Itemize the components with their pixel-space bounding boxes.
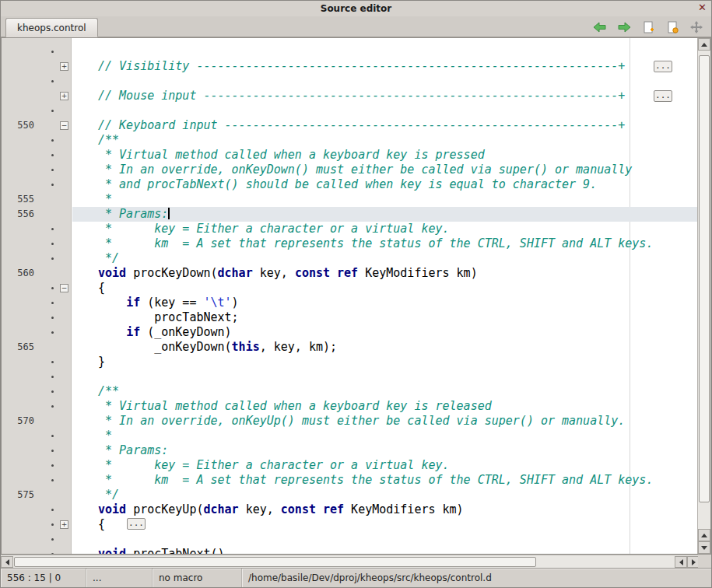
folded-code-ellipsis[interactable]: ... <box>127 518 146 530</box>
code-line[interactable]: 570 * In an override, onKeyUp() must eit… <box>2 414 697 429</box>
code-token: // Visibility --------------------------… <box>98 59 625 73</box>
code-line[interactable]: * km = A set that represents the status … <box>2 236 697 251</box>
vertical-scrollbar[interactable] <box>697 38 710 554</box>
horizontal-scrollbar-thumb[interactable] <box>14 557 536 567</box>
code-line[interactable]: * key = Either a character or a virtual … <box>2 222 697 236</box>
gutter-dot <box>51 110 54 112</box>
document-save-button[interactable] <box>664 19 681 35</box>
code-text: * key = Either a character or a virtual … <box>98 222 450 236</box>
move-arrows-icon <box>690 21 703 33</box>
fold-toggle-icon[interactable]: + <box>60 520 68 529</box>
code-text: */ <box>98 488 119 502</box>
code-token: * Params: <box>98 443 168 457</box>
detach-view-button[interactable] <box>688 19 705 35</box>
code-line[interactable]: * In an override, onKeyDown() must eithe… <box>2 163 697 177</box>
code-line[interactable]: procTabNext; <box>2 310 697 325</box>
code-text: * Params: <box>98 207 170 222</box>
code-token: * and procTabNext() should be called whe… <box>98 177 597 191</box>
scroll-up-icon <box>701 43 707 47</box>
scroll-left-button[interactable] <box>1 556 13 568</box>
editor-toolbar <box>591 16 705 37</box>
code-line[interactable]: 560void procKeyDown(dchar key, const ref… <box>2 266 697 281</box>
document-new-button[interactable] <box>640 19 657 35</box>
code-line[interactable]: 575 */ <box>2 488 697 502</box>
folded-code-ellipsis[interactable]: ... <box>654 61 672 72</box>
gutter-dot <box>51 302 54 304</box>
gutter-dot <box>51 243 54 245</box>
scrollbar-corner <box>698 555 711 568</box>
code-token: void <box>98 547 126 554</box>
code-line[interactable] <box>2 74 697 89</box>
code-line[interactable]: /** <box>2 384 697 399</box>
window-title: Source editor <box>321 3 392 14</box>
title-bar[interactable]: Source editor ✕ <box>1 1 711 16</box>
scroll-left-icon <box>679 559 683 565</box>
code-line[interactable]: * Virtual method called when a keyboard … <box>2 399 697 414</box>
code-text: /** <box>98 133 119 148</box>
fold-toggle-icon[interactable]: − <box>60 121 68 130</box>
scroll-left-secondary-button[interactable] <box>675 556 687 568</box>
gutter-dot <box>51 257 54 260</box>
go-back-button[interactable] <box>591 19 609 35</box>
code-line[interactable]: } <box>2 355 697 369</box>
code-line[interactable]: * km = A set that represents the status … <box>2 473 697 488</box>
vertical-scrollbar-thumb[interactable] <box>699 55 710 502</box>
code-text: * <box>98 192 112 207</box>
fold-toggle-icon[interactable]: + <box>60 62 68 71</box>
close-icon[interactable]: ✕ <box>698 2 707 13</box>
code-line[interactable]: if (_onKeyDown) <box>2 325 697 340</box>
line-number: 570 <box>2 414 34 429</box>
code-line[interactable]: if (key == '\t') <box>2 296 697 310</box>
code-line[interactable]: 555 * <box>2 192 697 207</box>
code-token: procKeyUp( <box>126 502 203 516</box>
code-text: * km = A set that represents the status … <box>98 473 653 488</box>
tab-kheops-control[interactable]: kheops.control <box>5 18 98 37</box>
code-line[interactable]: +{... <box>2 517 697 532</box>
code-line[interactable]: 556 * Params: <box>2 207 697 222</box>
code-token: const <box>295 266 330 280</box>
scroll-down-button[interactable] <box>698 541 710 554</box>
scroll-up-button[interactable] <box>698 38 710 51</box>
line-number: 575 <box>2 488 34 502</box>
fold-toggle-icon[interactable]: + <box>60 92 68 100</box>
code-line[interactable]: void procTabNext() <box>2 547 697 554</box>
gutter-dot <box>51 139 54 142</box>
code-line[interactable]: */ <box>2 251 697 266</box>
code-text: // Mouse input -------------------------… <box>98 89 625 103</box>
code-token <box>330 266 337 280</box>
code-token: (key == <box>140 296 203 310</box>
folded-code-ellipsis[interactable]: ... <box>654 90 672 102</box>
code-text: // Keyboard input ----------------------… <box>98 118 625 133</box>
code-line[interactable] <box>2 103 697 118</box>
code-text: * Virtual method called when a keyboard … <box>98 399 492 414</box>
code-line[interactable]: /** <box>2 133 697 148</box>
code-editor[interactable]: +// Visibility -------------------------… <box>1 37 711 555</box>
code-token: , key, km); <box>260 340 337 354</box>
code-line[interactable]: 550−// Keyboard input ------------------… <box>2 118 697 133</box>
code-line[interactable]: +// Mouse input ------------------------… <box>2 89 697 103</box>
text-caret <box>168 208 170 219</box>
code-line[interactable]: * and procTabNext() should be called whe… <box>2 177 697 192</box>
gutter-dot <box>51 553 54 554</box>
scroll-up-secondary-button[interactable] <box>698 529 710 541</box>
gutter-dot <box>51 523 54 526</box>
horizontal-scrollbar[interactable] <box>1 555 700 568</box>
code-line[interactable] <box>2 532 697 547</box>
fold-toggle-icon[interactable]: − <box>60 284 68 292</box>
go-forward-button[interactable] <box>616 19 633 35</box>
code-line[interactable]: * key = Either a character or a virtual … <box>2 458 697 473</box>
code-line[interactable]: 565 _onKeyDown(this, key, km); <box>2 340 697 355</box>
code-line[interactable]: −{ <box>2 281 697 296</box>
code-line[interactable]: * <box>2 429 697 443</box>
code-line[interactable]: +// Visibility -------------------------… <box>2 59 697 74</box>
code-lines: +// Visibility -------------------------… <box>2 38 697 554</box>
line-number: 560 <box>2 266 34 281</box>
code-token <box>316 502 323 516</box>
code-line[interactable] <box>2 44 697 59</box>
code-line[interactable]: void procKeyUp(dchar key, const ref KeyM… <box>2 502 697 517</box>
line-number: 550 <box>2 118 34 133</box>
code-line[interactable]: * Params: <box>2 443 697 458</box>
code-line[interactable]: * Virtual method called when a keyboard … <box>2 148 697 163</box>
gutter-dot <box>51 538 54 541</box>
code-line[interactable] <box>2 369 697 384</box>
